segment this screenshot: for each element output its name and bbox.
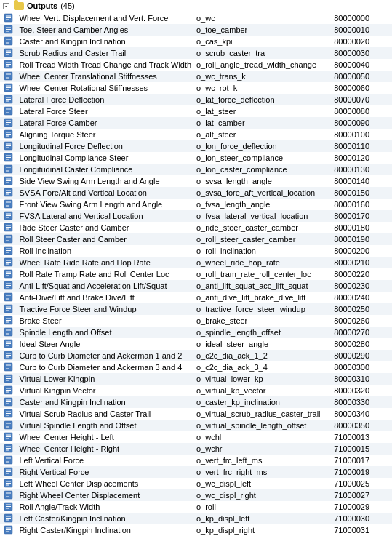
table-row[interactable]: Wheel Vert. Displacement and Vert. Force… [0,12,392,24]
output-icon [4,13,13,23]
table-row[interactable]: SVSA Fore/Alt and Vertical Locationo_svs… [0,187,392,199]
row-name: Roll Rate Tramp Rate and Roll Center Loc [17,268,195,280]
row-icon-cell [0,431,17,443]
table-row[interactable]: Roll Inclinationo_roll_inclination800002… [0,245,392,257]
row-variable: o_wc_displ_right [195,489,332,501]
table-row[interactable]: Ride Steer Caster and Cambero_ride_steer… [0,222,392,233]
row-name: Spindle Length and Offset [17,327,195,338]
table-row[interactable]: FVSA Lateral and Vertical Locationo_fvsa… [0,210,392,222]
table-row[interactable]: Left Wheel Center Displacementso_wc_disp… [0,478,392,489]
row-icon-cell [0,280,17,292]
row-name: Caster and Kingpin Inclination [17,36,195,47]
table-row[interactable]: Longitudinal Force Deflectiono_lon_force… [0,140,392,152]
row-id: 71000027 [332,489,392,501]
output-icon [4,444,13,453]
row-id: 80000020 [332,36,392,47]
output-icon [4,420,13,430]
row-variable: o_roll_inclination [195,245,332,257]
table-row[interactable]: Virtual Kingpin Vectoro_virtual_kp_vecto… [0,385,392,396]
row-variable: o_scrub_caster_tra [195,47,332,59]
table-row[interactable]: Right Wheel Center Displacemento_wc_disp… [0,489,392,501]
row-name: Left Wheel Center Displacements [17,478,195,489]
row-icon-cell [0,117,17,129]
table-row[interactable]: Left Vertical Forceo_vert_frc_left_ms710… [0,455,392,466]
table-row[interactable]: Toe, Steer and Camber Angleso_toe_camber… [0,24,392,36]
table-row[interactable]: Curb to Curb Diameter and Ackerman 3 and… [0,361,392,373]
row-id: 80000110 [332,140,392,152]
table-row[interactable]: Roll Steer Caster and Cambero_roll_steer… [0,233,392,245]
row-id: 71000025 [332,478,392,489]
row-name: Longitudinal Compliance Steer [17,152,195,164]
row-name: Caster and Kingpin Inclination [17,396,195,408]
table-row[interactable]: Wheel Center Translational Stiffnesseso_… [0,71,392,82]
table-row[interactable]: Tractive Force Steer and Windupo_tractiv… [0,303,392,315]
row-variable: o_fvsa_lateral_vertical_location [195,210,332,222]
table-row[interactable]: Roll Angle/Track Widtho_roll71000029 [0,501,392,513]
row-variable: o_svsa_length_angle [195,175,332,187]
table-row[interactable]: Spindle Length and Offseto_spindle_lengt… [0,327,392,338]
row-id: 80000170 [332,210,392,222]
row-icon-cell [0,175,17,187]
row-name: Side View Swing Arm Length and Angle [17,175,195,187]
row-name: Wheel Vert. Displacement and Vert. Force [17,12,195,24]
table-row[interactable]: Ideal Steer Angleo_ideal_steer_angle8000… [0,338,392,350]
row-variable: o_ride_steer_caster_camber [195,222,332,233]
row-name: Virtual Scrub Radius and Caster Trail [17,408,195,420]
row-id: 80000160 [332,199,392,210]
row-name: Lateral Force Steer [17,105,195,117]
table-row[interactable]: Scrub Radius and Caster Trailo_scrub_cas… [0,47,392,59]
table-row[interactable]: Virtual Scrub Radius and Caster Trailo_v… [0,408,392,420]
row-variable: o_lon_steer_compliance [195,152,332,164]
table-row[interactable]: Lateral Force Deflectiono_lat_force_defl… [0,94,392,105]
table-row[interactable]: Wheel Center Rotational Stiffnesseso_wc_… [0,82,392,94]
table-row[interactable]: Caster and Kingpin Inclinationo_cas_kpi8… [0,36,392,47]
table-row[interactable]: Aligning Torque Steero_alt_steer80000100 [0,129,392,140]
outputs-table: Wheel Vert. Displacement and Vert. Force… [0,12,392,536]
output-icon [4,316,13,325]
table-row[interactable]: Curb to Curb Diameter and Ackerman 1 and… [0,350,392,361]
row-icon-cell [0,268,17,280]
row-id: 80000000 [332,12,392,24]
row-id: 80000100 [332,129,392,140]
table-row[interactable]: Virtual Lower Kingpino_virtual_lower_kp8… [0,373,392,385]
row-icon-cell [0,338,17,350]
table-row[interactable]: Longitudinal Caster Complianceo_lon_cast… [0,164,392,175]
table-row[interactable]: Wheel Rate Ride Rate and Hop Rateo_wheel… [0,257,392,268]
row-id: 80000090 [332,117,392,129]
row-id: 71000015 [332,443,392,455]
row-id: 80000190 [332,233,392,245]
header-count: (45) [60,1,75,10]
row-name: SVSA Fore/Alt and Vertical Location [17,187,195,199]
row-name: Virtual Kingpin Vector [17,385,195,396]
table-row[interactable]: Lateral Force Cambero_lat_camber80000090 [0,117,392,129]
table-row[interactable]: Right Vertical Forceo_vert_frc_right_ms7… [0,466,392,478]
table-row[interactable]: Roll Tread Width Tread Change and Track … [0,59,392,71]
table-row[interactable]: Wheel Center Height - Righto_wchr7100001… [0,443,392,455]
output-icon [4,397,13,407]
table-row[interactable]: Right Caster/Kingpin Inclinationo_kp_dis… [0,524,392,536]
collapse-icon[interactable]: - [3,3,9,9]
row-variable: o_roll_steer_caster_camber [195,233,332,245]
row-id: 80000210 [332,257,392,268]
table-row[interactable]: Anti-Lift/Squat and Acceleration Lift/Sq… [0,280,392,292]
output-icon [4,48,13,57]
table-row[interactable]: Anti-Dive/Lift and Brake Dive/Lifto_anti… [0,292,392,303]
table-row[interactable]: Virtual Spindle Length and Offseto_virtu… [0,420,392,431]
table-row[interactable]: Front View Swing Arm Length and Angleo_f… [0,199,392,210]
table-row[interactable]: Left Caster/Kingpin Inclinationo_kp_disp… [0,513,392,524]
output-icon [4,292,13,302]
table-row[interactable]: Side View Swing Arm Length and Angleo_sv… [0,175,392,187]
table-row[interactable]: Caster and Kingpin Inclinationo_caster_k… [0,396,392,408]
table-row[interactable]: Longitudinal Compliance Steero_lon_steer… [0,152,392,164]
table-row[interactable]: Brake Steero_brake_steer80000260 [0,315,392,327]
row-variable: o_cas_kpi [195,36,332,47]
row-name: Front View Swing Arm Length and Angle [17,199,195,210]
row-id: 80000340 [332,408,392,420]
row-variable: o_fvsa_length_angle [195,199,332,210]
table-row[interactable]: Roll Rate Tramp Rate and Roll Center Loc… [0,268,392,280]
table-row[interactable]: Wheel Center Height - Lefto_wchl71000013 [0,431,392,443]
row-id: 80000140 [332,175,392,187]
row-name: Roll Steer Caster and Camber [17,233,195,245]
table-row[interactable]: Lateral Force Steero_lat_steer80000080 [0,105,392,117]
row-icon-cell [0,513,17,524]
